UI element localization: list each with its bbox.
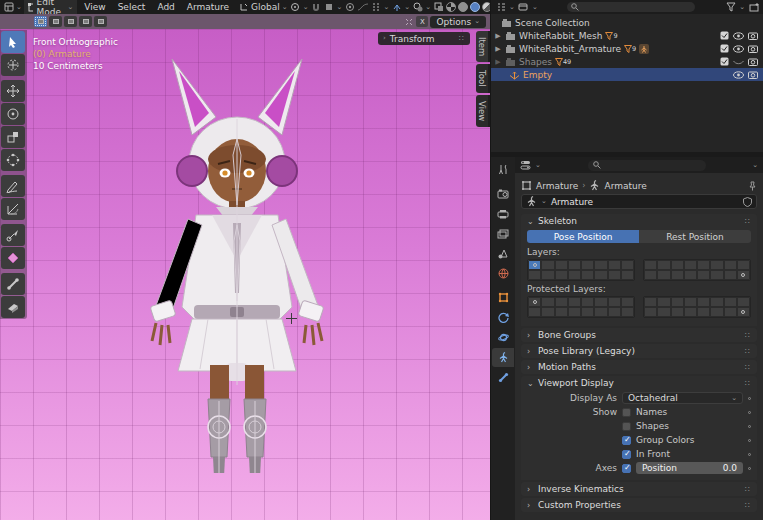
breadcrumb-data[interactable]: Armature xyxy=(604,181,646,191)
outliner-row-whiterabbit-mesh[interactable]: ▶ WhiteRabbit_Mesh 9 xyxy=(491,29,763,42)
layer-cell[interactable] xyxy=(737,260,750,270)
editor-type-icon[interactable] xyxy=(3,2,14,13)
layer-cell[interactable] xyxy=(671,260,684,270)
decorator-dot[interactable] xyxy=(748,411,751,414)
names-checkbox[interactable] xyxy=(622,408,631,417)
layer-cell[interactable] xyxy=(528,307,541,317)
options-button[interactable]: Options ⌄ xyxy=(430,16,486,28)
layer-cell[interactable] xyxy=(724,270,737,280)
checkbox-icon[interactable] xyxy=(720,57,729,66)
select-mode-new-button[interactable] xyxy=(34,16,47,27)
shading-wireframe-icon[interactable] xyxy=(446,2,456,12)
shading-material-icon[interactable] xyxy=(470,2,480,12)
x-mirror-toggle[interactable]: X xyxy=(416,16,428,27)
layer-cell[interactable] xyxy=(737,297,750,307)
layer-cell[interactable] xyxy=(644,260,657,270)
layer-cell[interactable] xyxy=(684,260,697,270)
overlays-chevron-icon[interactable]: ⌄ xyxy=(425,4,431,11)
header-chevron-icon[interactable]: ⌄ xyxy=(752,162,758,169)
layer-cell[interactable] xyxy=(568,270,581,280)
id-browse-chevron-icon[interactable]: ⌄ xyxy=(541,198,547,205)
layer-cell[interactable] xyxy=(671,297,684,307)
layer-cell[interactable] xyxy=(710,297,723,307)
layer-cell[interactable] xyxy=(644,307,657,317)
tab-object-data-armature[interactable] xyxy=(492,348,514,367)
layer-cell[interactable] xyxy=(724,297,737,307)
display-mode-icon[interactable] xyxy=(518,2,529,13)
layer-cell[interactable] xyxy=(724,307,737,317)
pose-library-panel[interactable]: › Pose Library (Legacy) ∷ xyxy=(521,344,757,358)
layer-cell[interactable] xyxy=(737,307,750,317)
display-as-dropdown[interactable]: Octahedral ⌄ xyxy=(622,392,743,404)
transform-tool[interactable] xyxy=(1,149,25,171)
layer-cell[interactable] xyxy=(608,307,621,317)
eye-closed-icon[interactable] xyxy=(733,58,744,66)
motion-paths-panel[interactable]: › Motion Paths ∷ xyxy=(521,360,757,374)
transform-panel[interactable]: › Transform ∷ xyxy=(378,32,470,45)
checkbox-icon[interactable] xyxy=(720,31,729,40)
orientation-chevron-icon[interactable]: ⌄ xyxy=(282,4,288,11)
properties-search-input[interactable] xyxy=(588,160,706,171)
layer-cell[interactable] xyxy=(528,260,541,270)
layer-grid-right[interactable] xyxy=(643,259,751,281)
tab-tool[interactable] xyxy=(492,160,514,179)
layer-cell[interactable] xyxy=(644,270,657,280)
layer-cell[interactable] xyxy=(608,297,621,307)
layer-cell[interactable] xyxy=(608,260,621,270)
inverse-kinematics-panel[interactable]: › Inverse Kinematics ∷ xyxy=(521,482,757,496)
layer-cell[interactable] xyxy=(594,270,607,280)
layer-cell[interactable] xyxy=(697,270,710,280)
select-mode-extend-button[interactable] xyxy=(49,16,62,27)
layer-cell[interactable] xyxy=(555,260,568,270)
camera-icon[interactable] xyxy=(748,32,758,40)
select-mode-subtract-button[interactable] xyxy=(64,16,77,27)
layer-cell[interactable] xyxy=(581,260,594,270)
tab-scene[interactable] xyxy=(492,244,514,263)
shading-solid-icon[interactable] xyxy=(458,2,468,12)
layer-cell[interactable] xyxy=(528,297,541,307)
tab-view-layer[interactable] xyxy=(492,224,514,243)
outliner-editor-type-icon[interactable] xyxy=(495,2,506,13)
tab-world[interactable] xyxy=(492,264,514,283)
layer-cell[interactable] xyxy=(710,260,723,270)
layer-cell[interactable] xyxy=(621,270,634,280)
new-collection-icon[interactable] xyxy=(748,2,759,13)
measure-tool[interactable] xyxy=(1,198,25,220)
drag-handle-icon[interactable]: ∷ xyxy=(745,501,751,510)
bone-groups-panel[interactable]: › Bone Groups ∷ xyxy=(521,328,757,342)
filter-icon[interactable] xyxy=(725,2,736,13)
layer-cell[interactable] xyxy=(568,297,581,307)
transform-gizmos-icon[interactable] xyxy=(403,16,414,27)
camera-icon[interactable] xyxy=(748,45,758,53)
gizmo-chevron-icon[interactable]: ⌄ xyxy=(404,4,410,11)
pivot-point-icon[interactable] xyxy=(290,2,301,13)
layer-cell[interactable] xyxy=(541,297,554,307)
outliner-row-scene-collection[interactable]: Scene Collection xyxy=(491,16,763,29)
tab-item[interactable]: Item xyxy=(476,31,490,62)
eye-icon[interactable] xyxy=(733,32,744,40)
select-mode-invert-button[interactable] xyxy=(79,16,92,27)
layer-cell[interactable] xyxy=(568,260,581,270)
drag-handle-icon[interactable]: ∷ xyxy=(745,363,751,372)
layer-cell[interactable] xyxy=(541,270,554,280)
cursor-tool[interactable] xyxy=(1,54,25,76)
falloff-curve-icon[interactable] xyxy=(357,2,368,13)
show-gizmo-icon[interactable] xyxy=(391,2,402,13)
drag-handle-icon[interactable]: ∷ xyxy=(459,34,465,43)
drag-handle-icon[interactable]: ∷ xyxy=(745,347,751,356)
layer-cell[interactable] xyxy=(541,260,554,270)
viewport-canvas[interactable]: Front Orthographic (0) Armature 10 Centi… xyxy=(0,29,490,520)
proportional-editing-icon[interactable] xyxy=(344,2,355,13)
tab-object[interactable] xyxy=(492,288,514,307)
shapes-checkbox[interactable] xyxy=(622,422,631,431)
axes-checkbox[interactable] xyxy=(622,464,631,473)
properties-type-chevron-icon[interactable]: ⌄ xyxy=(535,162,541,169)
layer-cell[interactable] xyxy=(671,307,684,317)
select-mode-intersect-button[interactable] xyxy=(94,16,107,27)
layer-cell[interactable] xyxy=(594,260,607,270)
layer-cell[interactable] xyxy=(568,307,581,317)
in-front-checkbox[interactable] xyxy=(622,450,631,459)
layer-cell[interactable] xyxy=(697,297,710,307)
layer-cell[interactable] xyxy=(555,270,568,280)
layer-cell[interactable] xyxy=(594,307,607,317)
